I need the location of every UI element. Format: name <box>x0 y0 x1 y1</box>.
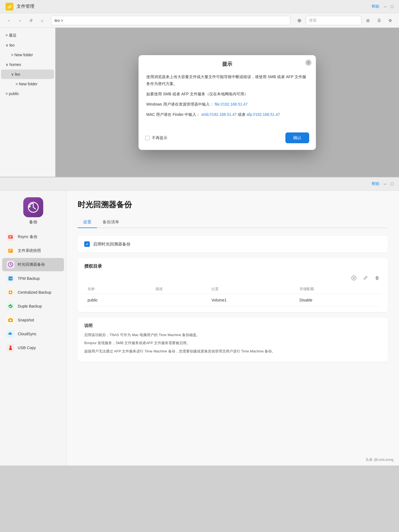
sidebar-item-new-folder-2[interactable]: > New folder <box>1 79 54 89</box>
back-button[interactable]: ‹ <box>4 16 13 25</box>
app-folder-icon: 📁 <box>6 3 13 11</box>
modal-footer: 不再提示 确认 <box>139 128 316 150</box>
edit-dir-button[interactable] <box>361 274 370 282</box>
backup-app-label: 备份 <box>29 219 37 225</box>
sidebar-item-new-folder-1[interactable]: > New folder <box>1 50 54 60</box>
confirm-button[interactable]: 确认 <box>285 132 309 143</box>
upload-button[interactable]: ⊕ <box>295 16 304 25</box>
note-title: 说明 <box>84 323 381 328</box>
no-remind-checkbox-box[interactable] <box>145 136 150 140</box>
modal-header: 提示 ✕ <box>139 55 316 70</box>
dir-desc <box>152 294 208 306</box>
centralized-label: Centralized Backup <box>18 290 51 295</box>
new-folder-2-label: > New folder <box>16 82 37 86</box>
sidebar-item-tfm[interactable]: TF TFM Backup <box>2 272 64 285</box>
windows-link[interactable]: file://192.168.51.47 <box>215 102 248 106</box>
backup-min-btn[interactable]: – <box>384 181 386 186</box>
file-manager-panel: 📁 文件管理 帮助 – □ ‹ › ↺ ⌂ leo > ⊕ 搜索 ⊞ ☰ ⚙ >… <box>0 0 399 177</box>
note-line-1: 启用该功能后，TNAS 可作为 Mac 电脑用户的 Time Machine 备… <box>84 332 381 338</box>
dir-quota: Disable <box>296 294 381 306</box>
svg-point-17 <box>10 319 11 321</box>
snapshot-label: Snapshot <box>18 318 34 322</box>
sidebar-item-leo-homes[interactable]: ∨ leo <box>1 70 54 79</box>
homes-label: ∨ homes <box>6 62 21 67</box>
path-bar[interactable]: leo > <box>51 16 290 25</box>
delete-dir-button[interactable] <box>373 274 381 282</box>
filesystem-icon <box>7 247 14 255</box>
maximize-btn[interactable]: □ <box>391 4 393 9</box>
snapshot-icon <box>7 316 14 324</box>
modal-close-button[interactable]: ✕ <box>305 60 311 66</box>
tfm-icon: TF <box>7 275 14 282</box>
backup-help-link[interactable]: 帮助 <box>372 181 379 186</box>
note-text: 启用该功能后，TNAS 可作为 Mac 电脑用户的 Time Machine 备… <box>84 332 381 354</box>
note-line-3: 超级用户无法通过 AFP 文件服务进行 Time Machine 备份，您需要创… <box>84 348 381 354</box>
sidebar-item-public[interactable]: > public <box>1 89 54 98</box>
minimize-btn[interactable]: – <box>384 4 386 9</box>
table-row: public Volume1 Disable <box>84 294 381 306</box>
file-main-content: 提示 ✕ 使用浏览器来上传大容量文件或大量文件可能导致中断或错误，请使用 SMB… <box>55 28 399 177</box>
sidebar-item-centralized[interactable]: Centralized Backup <box>2 286 64 299</box>
enable-checkbox[interactable] <box>84 241 90 247</box>
view-list-button[interactable]: ☰ <box>375 16 383 25</box>
dir-location: Volume1 <box>208 294 296 306</box>
sidebar-item-cloudsync[interactable]: CloudSync <box>2 327 64 341</box>
leo-homes-label: ∨ leo <box>11 72 20 76</box>
filesystem-label: 文件系统快照 <box>18 248 41 253</box>
file-sidebar: > 最近 ∨ leo > New folder ∨ homes ∨ leo > … <box>0 28 55 177</box>
tab-settings[interactable]: 设置 <box>78 217 97 228</box>
svg-text:TF: TF <box>9 277 12 280</box>
forward-button[interactable]: › <box>16 16 24 25</box>
search-bar[interactable]: 搜索 <box>306 16 361 25</box>
backup-sidebar: 备份 Rsync 备份 文件系统快照 <box>0 191 66 466</box>
svg-rect-19 <box>10 346 11 348</box>
file-toolbar: ‹ › ↺ ⌂ leo > ⊕ 搜索 ⊞ ☰ ⚙ <box>0 13 399 28</box>
sidebar-item-duple[interactable]: Duple Backup <box>2 300 64 313</box>
public-label: > public <box>6 91 19 96</box>
recent-label: > 最近 <box>6 33 17 38</box>
refresh-button[interactable]: ↺ <box>27 16 35 25</box>
tab-backup-list[interactable]: 备份清单 <box>97 217 125 228</box>
duple-label: Duple Backup <box>18 304 42 308</box>
sidebar-item-usbcopy[interactable]: USB Copy <box>2 341 64 354</box>
add-dir-button[interactable] <box>350 274 358 282</box>
sidebar-item-timemachine[interactable]: 时光回溯器备份 <box>2 258 64 271</box>
enable-section: 启用时光回溯器备份 <box>78 236 388 252</box>
sidebar-item-rsync[interactable]: Rsync 备份 <box>2 230 64 244</box>
modal-body-line1: 使用浏览器来上传大容量文件或大量文件可能导致中断或错误，请使用 SMB 或者 A… <box>146 73 308 87</box>
view-grid-button[interactable]: ⊞ <box>364 16 372 25</box>
col-quota: 存储配额 <box>296 284 381 294</box>
modal-windows-row: Windows 用户请在资源管理器中输入： file://192.168.51.… <box>146 101 308 108</box>
usbcopy-label: USB Copy <box>18 346 36 350</box>
sidebar-item-snapshot[interactable]: Snapshot <box>2 313 64 327</box>
home-button[interactable]: ⌂ <box>38 16 47 25</box>
new-folder-1-label: > New folder <box>11 53 33 57</box>
content-area: > 最近 ∨ leo > New folder ∨ homes ∨ leo > … <box>0 28 399 177</box>
note-section: 说明 启用该功能后，TNAS 可作为 Mac 电脑用户的 Time Machin… <box>78 318 388 362</box>
svg-rect-5 <box>9 250 12 250</box>
windows-label: Windows 用户请在资源管理器中输入： <box>146 102 214 106</box>
svg-rect-18 <box>10 318 11 319</box>
leo-root-label: ∨ leo <box>6 43 15 47</box>
enable-row: 启用时光回溯器备份 <box>84 241 381 247</box>
sidebar-item-recent[interactable]: > 最近 <box>1 31 54 40</box>
window-controls: 帮助 – □ <box>372 4 393 9</box>
titlebar: 📁 文件管理 帮助 – □ <box>0 0 399 13</box>
current-path: leo > <box>55 18 63 23</box>
sidebar-item-homes[interactable]: ∨ homes <box>1 60 54 69</box>
rsync-label: Rsync 备份 <box>18 234 37 239</box>
backup-max-btn[interactable]: □ <box>391 181 393 186</box>
backup-titlebar: 帮助 – □ <box>0 177 399 191</box>
sidebar-item-leo-root[interactable]: ∨ leo <box>1 40 54 50</box>
settings-button[interactable]: ⚙ <box>386 16 395 25</box>
mac-link1[interactable]: smb://192.168.51.47 <box>201 112 237 117</box>
help-link[interactable]: 帮助 <box>372 4 379 9</box>
backup-body: 备份 Rsync 备份 文件系统快照 <box>0 191 399 466</box>
tabs-bar: 设置 备份清单 <box>78 217 388 228</box>
mac-link2[interactable]: afp://192.168.51.47 <box>247 112 280 117</box>
sidebar-item-filesystem[interactable]: 文件系统快照 <box>2 244 64 257</box>
svg-rect-21 <box>10 348 11 349</box>
no-remind-checkbox[interactable]: 不再提示 <box>145 135 167 140</box>
modal-title: 提示 <box>222 61 232 67</box>
duple-icon <box>7 302 14 310</box>
